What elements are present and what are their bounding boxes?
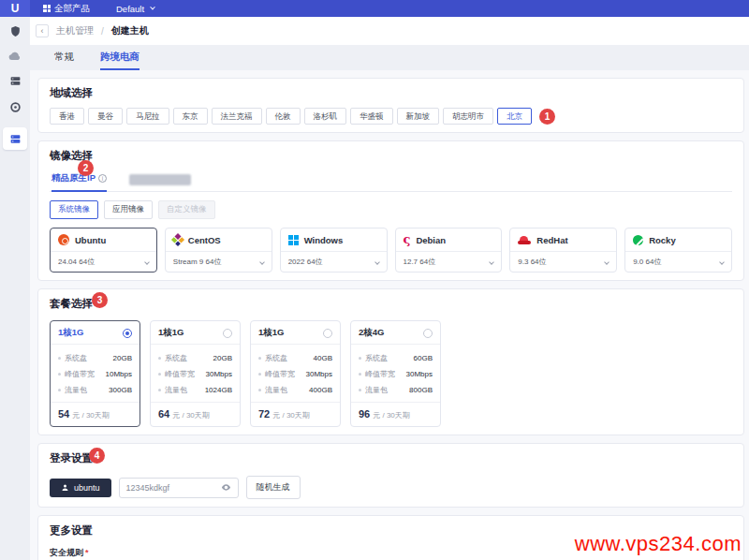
traffic-label: 流量包: [365, 385, 388, 395]
sidebar-item-cloud[interactable]: [8, 52, 22, 61]
plan-price: 64: [158, 408, 169, 420]
back-button[interactable]: [36, 24, 49, 37]
masked-tab[interactable]: [129, 174, 191, 185]
disk-label: 系统盘: [65, 353, 87, 363]
login-title: 登录设置: [50, 451, 732, 465]
tab-bar: 常规 跨境电商: [30, 45, 749, 70]
step-badge-4: 4: [89, 448, 105, 464]
server-active-icon: [9, 133, 22, 145]
os-version-select-centos[interactable]: Stream 9 64位: [166, 251, 272, 272]
bullet-icon: [58, 357, 61, 360]
workspace-selector[interactable]: Default: [116, 4, 154, 14]
region-title: 地域选择: [50, 86, 732, 100]
eye-icon[interactable]: [221, 482, 231, 493]
price-unit: 元 / 30天期: [373, 411, 410, 420]
bullet-icon: [158, 373, 161, 376]
region-option-singapore[interactable]: 新加坡: [397, 108, 440, 125]
workspace-label: Default: [116, 4, 144, 14]
redhat-icon: [518, 236, 531, 244]
os-version: 9.3 64位: [518, 257, 546, 267]
sidebar-item-security[interactable]: [9, 25, 22, 37]
app-logo[interactable]: U: [0, 0, 30, 17]
plan-card-1[interactable]: 1核1G 系统盘20GB 峰值带宽10Mbps 流量包300GB 54元 / 3…: [50, 320, 140, 427]
region-option-tokyo[interactable]: 东京: [173, 108, 208, 125]
radio-icon[interactable]: [423, 329, 433, 338]
os-card-centos[interactable]: CentOS Stream 9 64位: [165, 228, 272, 273]
region-option-frankfurt[interactable]: 法兰克福: [212, 108, 262, 125]
password-value: 12345kdkgf: [126, 483, 221, 493]
region-option-hongkong[interactable]: 香港: [50, 108, 84, 125]
bullet-icon: [359, 357, 361, 360]
password-field[interactable]: 12345kdkgf: [119, 478, 239, 498]
tab-cross-border[interactable]: 跨境电商: [100, 51, 140, 70]
os-name: Ubuntu: [75, 235, 106, 245]
centos-icon: [171, 233, 184, 246]
info-icon[interactable]: [98, 174, 107, 183]
image-tabs: 精品原生IP: [50, 172, 732, 192]
chevron-down-icon: [150, 5, 155, 10]
radio-icon[interactable]: [223, 329, 232, 338]
all-products-menu[interactable]: 全部产品: [43, 3, 90, 15]
required-mark: *: [85, 548, 89, 557]
security-rule-text: 安全规则: [50, 548, 83, 557]
disk-label: 系统盘: [165, 353, 187, 363]
plan-price: 54: [58, 408, 69, 420]
os-card-redhat[interactable]: RedHat 9.3 64位: [509, 228, 617, 273]
region-option-losangeles[interactable]: 洛杉矶: [304, 108, 347, 125]
subtab-system-image[interactable]: 系统镜像: [50, 200, 98, 219]
ubuntu-icon: [58, 234, 69, 245]
traffic-value: 800GB: [409, 386, 433, 394]
os-card-windows[interactable]: Windows 2022 64位: [280, 228, 388, 273]
cloud-icon: [8, 52, 22, 61]
image-subtabs: 系统镜像 应用镜像 自定义镜像: [50, 200, 732, 219]
os-card-debian[interactable]: Debian 12.7 64位: [395, 228, 503, 273]
traffic-value: 400GB: [309, 386, 332, 394]
image-section: 镜像选择 2 精品原生IP 系统镜像 应用镜像 自定义镜像 Ubuntu 24.…: [37, 140, 744, 281]
traffic-label: 流量包: [265, 385, 287, 395]
bandwidth-label: 峰值带宽: [265, 369, 295, 379]
os-version-select-debian[interactable]: 12.7 64位: [396, 251, 502, 272]
content: 地域选择 香港 曼谷 马尼拉 东京 法兰克福 伦敦 洛杉矶 华盛顿 新加坡 胡志…: [30, 70, 749, 560]
region-option-manila[interactable]: 马尼拉: [126, 108, 169, 125]
plan-card-4[interactable]: 2核4G 系统盘60GB 峰值带宽30Mbps 流量包800GB 96元 / 3…: [350, 320, 441, 427]
subtab-app-image[interactable]: 应用镜像: [104, 200, 153, 219]
bullet-icon: [58, 389, 61, 391]
os-card-rocky[interactable]: Rocky 9.0 64位: [624, 228, 732, 273]
all-products-label: 全部产品: [54, 3, 90, 15]
debian-icon: [404, 235, 411, 244]
os-name: RedHat: [536, 235, 567, 245]
os-card-ubuntu[interactable]: Ubuntu 24.04 64位: [50, 228, 157, 273]
breadcrumb: 主机管理 / 创建主机: [30, 17, 749, 45]
step-badge-3: 3: [92, 292, 108, 308]
chevron-down-icon: [719, 259, 725, 265]
region-section: 地域选择 香港 曼谷 马尼拉 东京 法兰克福 伦敦 洛杉矶 华盛顿 新加坡 胡志…: [37, 78, 744, 133]
plan-card-2[interactable]: 1核1G 系统盘20GB 峰值带宽30Mbps 流量包1024GB 64元 / …: [150, 320, 241, 427]
disk-value: 20GB: [213, 354, 232, 362]
os-name: Rocky: [649, 235, 676, 245]
plan-title: 套餐选择: [50, 297, 732, 311]
radio-icon[interactable]: [323, 329, 332, 338]
region-option-london[interactable]: 伦敦: [266, 108, 301, 125]
region-option-hochiminh[interactable]: 胡志明市: [443, 108, 493, 125]
os-version-select-ubuntu[interactable]: 24.04 64位: [51, 251, 156, 272]
radio-selected-icon[interactable]: [123, 329, 132, 338]
topbar: U 全部产品 Default: [0, 0, 749, 17]
region-option-beijing-selected[interactable]: 北京: [497, 108, 532, 125]
os-version: 9.0 64位: [633, 257, 661, 267]
os-version-select-windows[interactable]: 2022 64位: [281, 251, 387, 272]
page-title: 创建主机: [111, 24, 149, 37]
sidebar-item-settings[interactable]: [9, 101, 22, 113]
random-generate-button[interactable]: 随机生成: [246, 476, 301, 499]
region-option-bangkok[interactable]: 曼谷: [88, 108, 123, 125]
tab-premium-native-ip[interactable]: 精品原生IP: [51, 172, 107, 192]
tab-general[interactable]: 常规: [54, 51, 74, 70]
breadcrumb-separator: /: [101, 26, 104, 37]
region-option-washington[interactable]: 华盛顿: [350, 108, 393, 125]
plan-card-3[interactable]: 1核1G 系统盘40GB 峰值带宽30Mbps 流量包400GB 72元 / 3…: [250, 320, 341, 427]
breadcrumb-section[interactable]: 主机管理: [56, 24, 94, 37]
sidebar-item-hosts-active[interactable]: [3, 127, 27, 150]
os-version-select-rocky[interactable]: 9.0 64位: [625, 251, 731, 272]
os-version-select-redhat[interactable]: 9.3 64位: [510, 251, 616, 272]
username-select[interactable]: ubuntu: [50, 479, 111, 497]
sidebar-item-servers[interactable]: [9, 75, 22, 87]
